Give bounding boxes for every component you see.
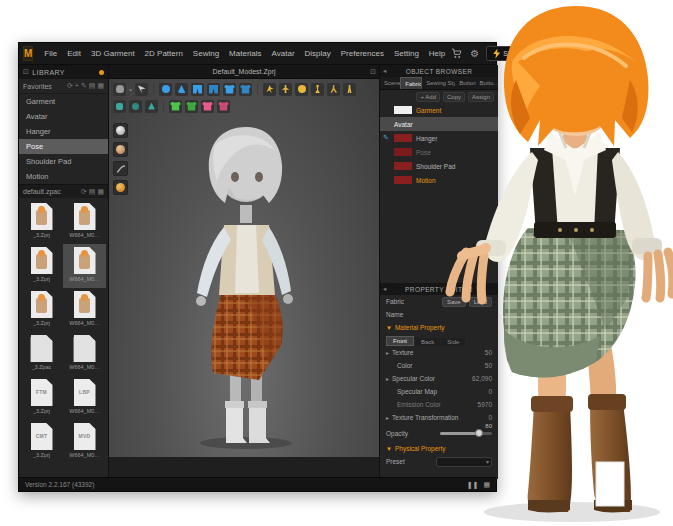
project-thumbnail-icon	[31, 247, 53, 274]
library-title: LIBRARY	[32, 69, 65, 76]
project-thumbnail-icon	[31, 291, 53, 318]
rendered-character	[400, 0, 673, 526]
menu-3d-garment[interactable]: 3D Garment	[86, 49, 140, 58]
file-item[interactable]: FTM _3.Zprj	[20, 376, 63, 420]
tab-scene[interactable]: Scene	[380, 77, 400, 89]
library-item-hanger[interactable]: Hanger	[19, 124, 108, 139]
sync-icon[interactable]: ⟳	[81, 188, 87, 196]
file-item[interactable]: CMT _3.Zprj	[20, 420, 63, 464]
thumbnail-view-icon[interactable]: ▦	[97, 188, 104, 196]
list-view-icon[interactable]: ▤	[89, 188, 96, 196]
file-item-selected[interactable]: W664_M0…	[63, 244, 106, 288]
dock-icon[interactable]: ⊡	[23, 68, 29, 76]
folder-icon	[74, 335, 96, 362]
file-item[interactable]: _3.Zprj	[20, 200, 63, 244]
document-icon: MVD	[74, 423, 96, 450]
file-item[interactable]: _3.Zpac	[20, 332, 63, 376]
edit-icon[interactable]: ✎	[81, 82, 87, 90]
file-item[interactable]: _3.Zprj	[20, 244, 63, 288]
folder-header: default.zpac ⟳ ▤ ▦	[19, 184, 108, 198]
document-icon: LBP	[74, 379, 96, 406]
project-thumbnail-icon	[74, 247, 96, 274]
white-tag	[596, 462, 624, 506]
menu-sewing[interactable]: Sewing	[188, 49, 224, 58]
library-header: ⊡ LIBRARY	[19, 65, 108, 79]
file-item[interactable]: W664_M0…	[63, 332, 106, 376]
collapse-icon[interactable]: ◂	[383, 67, 387, 75]
app-logo: M	[23, 46, 33, 61]
menu-2d-pattern[interactable]: 2D Pattern	[140, 49, 188, 58]
menu-materials[interactable]: Materials	[224, 49, 266, 58]
library-item-shoulder-pad[interactable]: Shoulder Pad	[19, 154, 108, 169]
pin-icon: ✎	[383, 134, 389, 142]
grid-view-icon[interactable]: ▦	[97, 82, 104, 90]
library-panel: ⊡ LIBRARY Favorites ⟳ + ✎ ▤ ▦ Garment Av…	[19, 65, 109, 479]
favorites-row: Favorites ⟳ + ✎ ▤ ▦	[19, 79, 108, 94]
file-item[interactable]: _3.Zprj	[20, 288, 63, 332]
document-icon: CMT	[31, 423, 53, 450]
folder-title: default.zpac	[23, 188, 61, 195]
menu-file[interactable]: File	[39, 49, 62, 58]
library-item-avatar[interactable]: Avatar	[19, 109, 108, 124]
menu-avatar[interactable]: Avatar	[267, 49, 300, 58]
library-item-motion[interactable]: Motion	[19, 169, 108, 184]
collapse-icon[interactable]: ◂	[383, 285, 387, 293]
project-thumbnail-icon	[31, 203, 53, 230]
add-icon[interactable]: +	[75, 82, 79, 90]
menu-preferences[interactable]: Preferences	[336, 49, 389, 58]
refresh-icon[interactable]: ⟳	[67, 82, 73, 90]
file-item[interactable]: W664_M0…	[63, 288, 106, 332]
menu-edit[interactable]: Edit	[62, 49, 86, 58]
library-status-dot	[99, 70, 104, 75]
screenshot-stage: M File Edit 3D Garment 2D Pattern Sewing…	[0, 0, 673, 526]
file-item[interactable]: LBP W664_M0…	[63, 376, 106, 420]
list-view-icon[interactable]: ▤	[89, 82, 96, 90]
folder-icon	[31, 335, 53, 362]
file-item[interactable]: MVD W664_M0…	[63, 420, 106, 464]
document-icon: FTM	[31, 379, 53, 406]
file-item[interactable]: W664_M0…	[63, 200, 106, 244]
library-item-pose[interactable]: Pose	[19, 139, 108, 154]
favorites-label: Favorites	[23, 83, 52, 90]
viewport-avatar[interactable]	[109, 65, 379, 457]
file-grid: _3.Zprj W664_M0… _3.Zprj W664_M0… _3.Zpr…	[19, 198, 108, 466]
project-thumbnail-icon	[74, 203, 96, 230]
menu-display[interactable]: Display	[300, 49, 336, 58]
library-item-garment[interactable]: Garment	[19, 94, 108, 109]
version-label: Version 2.2.167 (43392)	[25, 481, 94, 488]
project-thumbnail-icon	[74, 291, 96, 318]
